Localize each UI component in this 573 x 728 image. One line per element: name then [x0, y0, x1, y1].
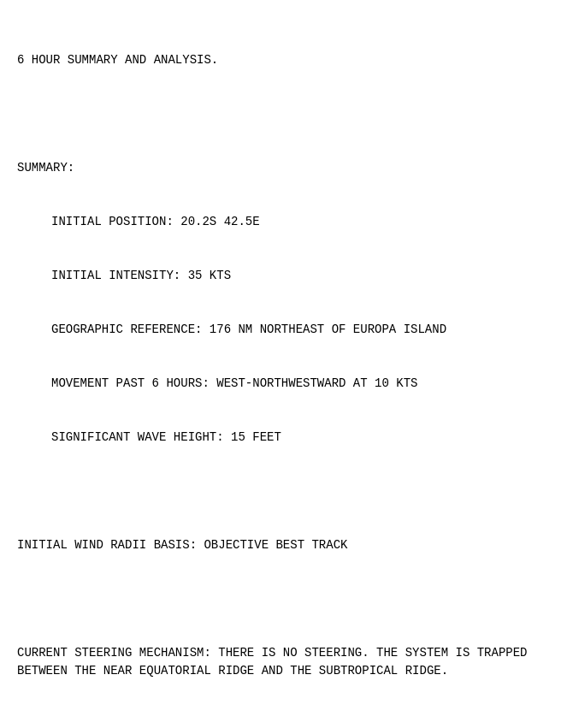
summary-item-1: INITIAL INTENSITY: 35 KTS [17, 267, 556, 285]
report-container: 6 HOUR SUMMARY AND ANALYSIS. SUMMARY: IN… [17, 15, 556, 728]
report-title: 6 HOUR SUMMARY AND ANALYSIS. [17, 51, 556, 69]
summary-label: SUMMARY: [17, 159, 556, 177]
summary-item-2: GEOGRAPHIC REFERENCE: 176 NM NORTHEAST O… [17, 321, 556, 339]
wind-radii: INITIAL WIND RADII BASIS: OBJECTIVE BEST… [17, 536, 556, 554]
steering: CURRENT STEERING MECHANISM: THERE IS NO … [17, 644, 556, 680]
summary-item-3: MOVEMENT PAST 6 HOURS: WEST-NORTHWESTWAR… [17, 375, 556, 393]
summary-item-4: SIGNIFICANT WAVE HEIGHT: 15 FEET [17, 429, 556, 447]
summary-item-0: INITIAL POSITION: 20.2S 42.5E [17, 213, 556, 231]
